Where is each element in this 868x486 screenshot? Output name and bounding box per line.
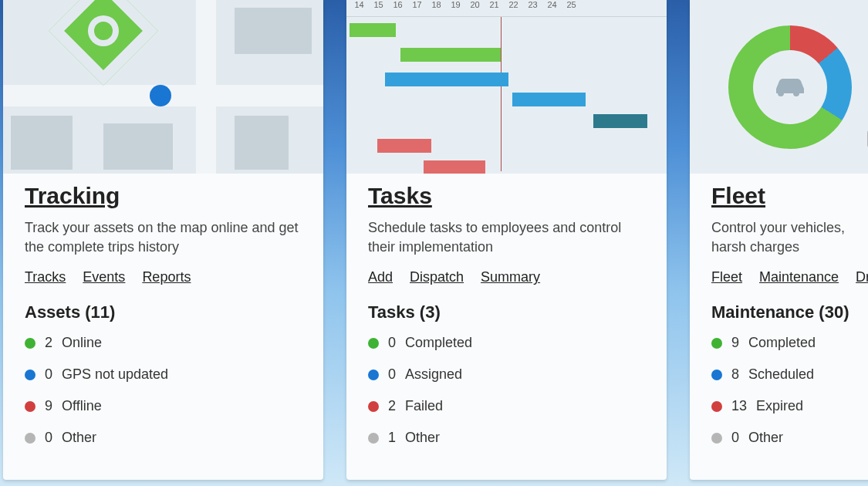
asset-stat-offline: 9 Offline [25,398,302,414]
car-icon [772,69,809,106]
drivers-link[interactable]: Driv [856,269,868,285]
gantt-today-line [501,17,502,171]
tracking-description: Track your assets on the map online and … [25,218,302,257]
maintenance-stat-list: 9 Completed 8 Scheduled 13 Expired 0 Oth… [711,335,868,446]
tracking-card: Tracking Track your assets on the map on… [3,0,323,480]
fleet-donut-chart [728,25,852,149]
status-dot-green-icon [368,338,379,349]
asset-stat-other: 0 Other [25,430,302,446]
status-dot-red-icon [711,401,722,412]
status-dot-blue-icon [25,370,35,380]
task-stat-assigned: 0 Assigned [368,366,645,383]
tasks-card: 14 15 16 17 18 19 20 21 22 23 24 25 [346,0,667,480]
add-link[interactable]: Add [368,269,393,285]
status-dot-red-icon [25,401,35,412]
gantt-header: 14 15 16 17 18 19 20 21 22 23 24 25 [346,0,667,17]
tracks-link[interactable]: Tracks [25,269,66,285]
status-dot-gray-icon [368,433,379,444]
assets-stat-list: 2 Online 0 GPS not updated 9 Offline 0 O… [25,335,302,446]
fleet-hero-donut: ◉ [690,0,868,174]
maintenance-link[interactable]: Maintenance [759,269,839,285]
task-stat-completed: 0 Completed [368,335,645,351]
dispatch-link[interactable]: Dispatch [410,269,464,285]
asset-stat-gps: 0 GPS not updated [25,366,302,383]
status-dot-gray-icon [711,433,722,444]
maint-stat-scheduled: 8 Scheduled [711,366,868,383]
fleet-link[interactable]: Fleet [711,269,742,285]
status-dot-blue-icon [368,370,379,380]
tasks-links: Add Dispatch Summary [368,269,645,285]
fleet-description: Control your vehicles, harsh charges [711,218,868,257]
asset-stat-online: 2 Online [25,335,302,351]
tracking-links: Tracks Events Reports [25,269,302,285]
tracking-hero-map [3,0,323,174]
reports-link[interactable]: Reports [142,269,191,285]
task-stat-failed: 2 Failed [368,398,645,414]
task-stat-other: 1 Other [368,430,645,446]
status-dot-blue-icon [711,370,722,380]
maint-stat-other: 0 Other [711,430,868,446]
events-link[interactable]: Events [83,269,125,285]
dashboard-cards: Tracking Track your assets on the map on… [0,0,868,480]
map-location-dot-icon [150,85,171,106]
tasks-count-title: Tasks (3) [368,302,645,322]
tasks-title[interactable]: Tasks [368,183,645,209]
tasks-hero-gantt: 14 15 16 17 18 19 20 21 22 23 24 25 [346,0,667,174]
summary-link[interactable]: Summary [481,269,540,285]
fleet-card: ◉ Fleet Control your vehicles, harsh cha… [690,0,868,480]
tracking-title[interactable]: Tracking [25,183,302,209]
status-dot-green-icon [711,338,722,349]
status-dot-green-icon [25,338,35,349]
fleet-links: Fleet Maintenance Driv [711,269,868,285]
fleet-title[interactable]: Fleet [711,183,868,209]
maintenance-count-title: Maintenance (30) [711,302,868,322]
assets-count-title: Assets (11) [25,302,302,322]
tasks-description: Schedule tasks to employees and control … [368,218,645,257]
status-dot-gray-icon [25,433,35,444]
maint-stat-expired: 13 Expired [711,398,868,414]
tasks-stat-list: 0 Completed 0 Assigned 2 Failed 1 Other [368,335,645,446]
status-dot-red-icon [368,401,379,412]
maint-stat-completed: 9 Completed [711,335,868,351]
